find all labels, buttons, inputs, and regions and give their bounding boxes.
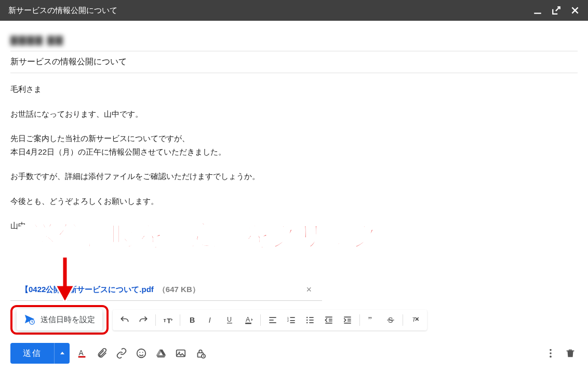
indent-less-button[interactable] — [320, 311, 338, 329]
text-color-button[interactable]: A — [239, 311, 257, 329]
insert-drive-button[interactable] — [154, 346, 168, 361]
confidential-mode-button[interactable] — [193, 346, 208, 361]
message-body[interactable]: 毛利さま お世話になっております、山中です。 先日ご案内した当社の新サービスにつ… — [10, 73, 578, 232]
attachment-name: 【0422公開】新サービスについて.pdf — [21, 285, 154, 295]
annotation-arrow — [55, 257, 75, 305]
quote-button[interactable]: ” — [363, 311, 381, 329]
compose-titlebar: 新サービスの情報公開について — [0, 0, 588, 21]
send-split-button: 送信 — [10, 343, 70, 364]
annotation-highlight: 送信日時を設定 — [10, 305, 109, 335]
strikethrough-button[interactable]: S — [382, 311, 399, 329]
divider — [359, 314, 360, 326]
divider — [403, 314, 403, 326]
svg-text:T: T — [167, 316, 171, 324]
undo-button[interactable] — [116, 311, 133, 329]
divider — [180, 314, 180, 326]
svg-marker-49 — [156, 355, 166, 358]
attach-file-button[interactable] — [95, 346, 109, 361]
svg-point-45 — [137, 349, 146, 358]
svg-rect-44 — [78, 356, 86, 358]
compose-title: 新サービスの情報公開について — [8, 6, 117, 16]
svg-text:U: U — [227, 316, 232, 323]
svg-point-22 — [306, 316, 308, 318]
svg-rect-58 — [567, 351, 574, 352]
svg-point-24 — [306, 322, 308, 323]
svg-point-23 — [306, 319, 308, 321]
svg-text:т: т — [164, 317, 166, 323]
svg-point-47 — [142, 352, 143, 353]
format-toolbar: тT B I U A 12 ” S T — [113, 310, 427, 330]
subject-text: 新サービスの情報公開について — [10, 57, 127, 66]
insert-emoji-button[interactable] — [134, 346, 149, 361]
recipient-chip: ▇▇▇▇ ▇▇ — [10, 34, 64, 46]
svg-line-1 — [556, 7, 560, 11]
bold-button[interactable]: B — [183, 311, 201, 329]
divider — [260, 314, 261, 326]
popout-button[interactable] — [552, 6, 561, 15]
indent-more-button[interactable] — [339, 311, 356, 329]
bullet-list-button[interactable] — [301, 311, 319, 329]
svg-text:2: 2 — [287, 319, 289, 322]
underline-button[interactable]: U — [221, 311, 238, 329]
body-line: お世話になっております、山中です。 — [10, 107, 578, 121]
clear-format-button[interactable]: T — [406, 311, 424, 329]
schedule-send-label: 送信日時を設定 — [41, 315, 95, 325]
font-size-button[interactable]: тT — [159, 311, 177, 329]
subject-field[interactable]: 新サービスの情報公開について — [10, 51, 578, 73]
attachment-size: （647 KB） — [158, 285, 200, 295]
divider — [155, 314, 156, 326]
format-toggle-button[interactable]: A — [75, 346, 89, 361]
attachment-remove-icon[interactable]: × — [306, 284, 312, 295]
svg-point-55 — [550, 349, 552, 351]
send-more-button[interactable] — [54, 343, 70, 364]
body-line: 今後とも、どうぞよろしくお願いします。 — [10, 195, 578, 208]
svg-point-46 — [139, 352, 140, 353]
svg-text:”: ” — [368, 315, 372, 325]
italic-button[interactable]: I — [202, 311, 220, 329]
svg-marker-4 — [56, 257, 74, 302]
schedule-send-menu-item[interactable]: 送信日時を設定 — [17, 309, 102, 330]
insert-image-button[interactable] — [173, 346, 188, 361]
svg-marker-42 — [60, 352, 64, 354]
svg-text:I: I — [209, 316, 211, 324]
numbered-list-button[interactable]: 12 — [283, 311, 300, 329]
body-line: 毛利さま — [10, 82, 578, 96]
insert-link-button[interactable] — [114, 346, 129, 361]
recipients-field[interactable]: ▇▇▇▇ ▇▇ — [10, 29, 578, 51]
redo-button[interactable] — [135, 311, 152, 329]
more-options-button[interactable] — [543, 346, 558, 361]
schedule-send-icon — [24, 313, 35, 326]
svg-text:A: A — [246, 316, 250, 323]
svg-text:T: T — [412, 316, 416, 323]
send-button[interactable]: 送信 — [10, 343, 54, 364]
svg-point-56 — [550, 352, 552, 354]
discard-draft-button[interactable] — [563, 346, 578, 361]
svg-rect-13 — [245, 323, 251, 324]
body-line: 先日ご案内した当社の新サービスについてですが、 本日4月22日（月）の正午に情報… — [10, 132, 578, 158]
annotation-text: ［送信日時を設定］をクリック — [5, 218, 379, 253]
svg-point-57 — [550, 356, 552, 358]
svg-text:B: B — [190, 316, 195, 324]
minimize-button[interactable] — [533, 6, 542, 15]
svg-text:A: A — [79, 349, 84, 357]
body-line: お手数ですが、詳細は添付ファイルをご確認いただけますでしょうか。 — [10, 170, 578, 183]
align-button[interactable] — [264, 311, 282, 329]
close-button[interactable] — [570, 6, 580, 15]
